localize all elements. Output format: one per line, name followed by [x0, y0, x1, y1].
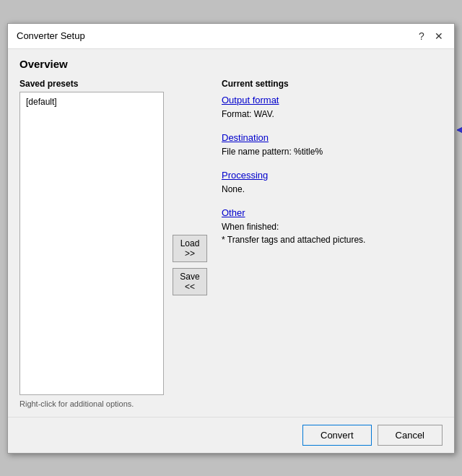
svg-marker-0 [457, 105, 462, 155]
output-format-detail: Format: WAV. [222, 108, 443, 121]
destination-link[interactable]: Destination [222, 132, 269, 143]
output-format-link[interactable]: Output format [222, 95, 279, 105]
title-bar-left: Converter Setup [17, 30, 85, 41]
title-controls: ? ✕ [415, 30, 445, 43]
load-button[interactable]: Load >> [173, 235, 207, 262]
overview-heading: Overview [19, 58, 443, 70]
dialog-body: Overview Saved presets [default] Right-c… [8, 49, 454, 417]
right-panel: Current settings Output format Format: W… [216, 79, 443, 408]
converter-setup-dialog: Converter Setup ? ✕ Overview Saved prese… [7, 23, 455, 454]
left-panel: Saved presets [default] Right-click for … [19, 79, 164, 408]
footer: Convert Cancel [8, 417, 454, 453]
other-section: Other When finished: * Transfer tags and… [222, 207, 443, 246]
title-bar: Converter Setup ? ✕ [8, 24, 454, 49]
other-link[interactable]: Other [222, 207, 245, 218]
convert-button[interactable]: Convert [302, 425, 372, 446]
preset-item-default[interactable]: [default] [23, 95, 160, 108]
cancel-button[interactable]: Cancel [378, 425, 443, 446]
main-area: Saved presets [default] Right-click for … [19, 79, 443, 408]
help-button[interactable]: ? [415, 30, 428, 43]
right-click-hint: Right-click for additional options. [19, 399, 164, 408]
current-settings-label: Current settings [222, 79, 443, 89]
destination-section: Destination File name pattern: %title% [222, 132, 443, 158]
output-format-section: Output format Format: WAV. [222, 95, 443, 121]
save-button[interactable]: Save << [173, 268, 207, 295]
close-button[interactable]: ✕ [432, 30, 445, 43]
destination-detail: File name pattern: %title% [222, 145, 443, 158]
processing-section: Processing None. [222, 170, 443, 196]
presets-list[interactable]: [default] [19, 92, 164, 395]
dialog-title: Converter Setup [17, 30, 85, 41]
processing-detail: None. [222, 183, 443, 196]
middle-buttons: Load >> Save << [164, 79, 216, 408]
saved-presets-label: Saved presets [19, 79, 164, 89]
annotation-arrow [457, 105, 462, 157]
processing-link[interactable]: Processing [222, 170, 268, 181]
other-detail: When finished: * Transfer tags and attac… [222, 220, 443, 246]
